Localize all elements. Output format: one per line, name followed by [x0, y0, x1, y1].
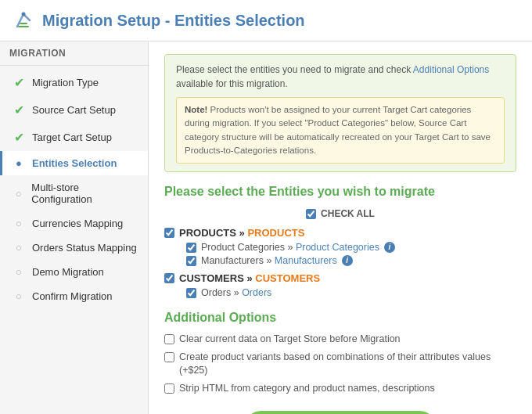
- product-categories-checkbox[interactable]: [186, 243, 196, 253]
- sidebar-item-source-cart-setup[interactable]: ✔ Source Cart Setup: [0, 96, 148, 124]
- pending-icon: ○: [12, 218, 26, 229]
- sidebar-item-label: Target Cart Setup: [32, 131, 112, 143]
- sidebar-item-label: Demo Migration: [32, 266, 104, 278]
- sidebar-item-multi-store[interactable]: ○ Multi-store Configuration: [0, 175, 148, 211]
- sidebar-item-label: Entities Selection: [32, 157, 117, 169]
- sidebar: Migration ✔ Migration Type ✔ Source Cart…: [0, 41, 149, 414]
- strip-html-checkbox[interactable]: [164, 383, 174, 394]
- info-text: Please select the entities you need to m…: [176, 64, 413, 75]
- products-checkbox[interactable]: [164, 228, 174, 238]
- sidebar-item-confirm-migration[interactable]: ○ Confirm Migration: [0, 284, 148, 308]
- customers-checkbox[interactable]: [164, 273, 174, 283]
- products-group: PRODUCTS » PRODUCTS Product Categories »…: [164, 227, 516, 266]
- manufacturers-info-icon[interactable]: i: [342, 255, 353, 266]
- sidebar-item-currencies-mapping[interactable]: ○ Currencies Mapping: [0, 211, 148, 236]
- manufacturers-checkbox[interactable]: [186, 256, 196, 266]
- check-all-label: CHECK ALL: [321, 208, 375, 219]
- page-title: Migration Setup - Entities Selection: [42, 12, 305, 30]
- svg-point-0: [22, 13, 26, 16]
- pending-icon: ○: [12, 266, 26, 278]
- sidebar-item-target-cart-setup[interactable]: ✔ Target Cart Setup: [0, 124, 148, 151]
- customers-main-row: CUSTOMERS » CUSTOMERS: [164, 272, 516, 284]
- sidebar-item-label: Source Cart Setup: [32, 104, 116, 116]
- check-all-checkbox[interactable]: [306, 209, 316, 219]
- proceed-row: Proceed to Next Step »»: [164, 411, 516, 414]
- option-product-variants-row: Create product variants based on combina…: [164, 351, 516, 378]
- note-box: Note! Products won't be assigned to your…: [176, 97, 505, 164]
- sidebar-item-label: Confirm Migration: [32, 290, 113, 302]
- manufacturers-label: Manufacturers » Manufacturers: [201, 255, 337, 266]
- sidebar-item-demo-migration[interactable]: ○ Demo Migration: [0, 260, 148, 284]
- orders-label: Orders » Orders: [201, 287, 271, 298]
- note-label: Note!: [185, 105, 207, 114]
- products-main-label: PRODUCTS » PRODUCTS: [179, 227, 304, 239]
- sidebar-item-label: Multi-store Configuration: [31, 182, 138, 205]
- product-categories-label: Product Categories » Product Categories: [201, 242, 379, 253]
- pending-icon: ○: [12, 242, 26, 254]
- sidebar-item-label: Migration Type: [32, 77, 99, 88]
- pending-icon: ○: [12, 188, 25, 200]
- product-categories-row: Product Categories » Product Categories …: [164, 242, 516, 253]
- clear-data-label: Clear current data on Target Store befor…: [179, 333, 401, 347]
- sidebar-item-label: Currencies Mapping: [32, 218, 123, 229]
- proceed-button[interactable]: Proceed to Next Step »»: [245, 411, 436, 414]
- product-variants-label: Create product variants based on combina…: [179, 351, 516, 378]
- main-content: Please select the entities you need to m…: [149, 41, 532, 414]
- sidebar-item-migration-type[interactable]: ✔ Migration Type: [0, 69, 148, 96]
- info-text2: available for this migration.: [176, 78, 288, 89]
- product-categories-info-icon[interactable]: i: [384, 242, 395, 253]
- product-variants-checkbox[interactable]: [164, 352, 174, 362]
- additional-options-link[interactable]: Additional Options: [413, 64, 489, 75]
- note-text: Products won't be assigned to your curre…: [185, 105, 491, 155]
- products-main-row: PRODUCTS » PRODUCTS: [164, 227, 516, 239]
- orders-checkbox[interactable]: [186, 288, 196, 298]
- completed-icon: ✔: [12, 75, 26, 90]
- active-icon: ●: [12, 157, 26, 169]
- customers-group: CUSTOMERS » CUSTOMERS Orders » Orders: [164, 272, 516, 298]
- strip-html-label: Strip HTML from category and product nam…: [179, 382, 435, 396]
- entities-section-heading: Please select the Entities you wish to m…: [164, 185, 516, 199]
- info-box: Please select the entities you need to m…: [164, 54, 516, 172]
- completed-icon: ✔: [12, 130, 26, 145]
- sidebar-item-entities-selection[interactable]: ● Entities Selection: [0, 151, 148, 175]
- sidebar-item-label: Orders Status Mapping: [32, 242, 137, 254]
- check-all-row: CHECK ALL: [164, 208, 516, 219]
- pending-icon: ○: [12, 290, 26, 302]
- sidebar-item-orders-status-mapping[interactable]: ○ Orders Status Mapping: [0, 236, 148, 260]
- migration-tool-icon: [13, 9, 34, 31]
- clear-data-checkbox[interactable]: [164, 334, 174, 344]
- sidebar-section-migration: Migration: [0, 41, 148, 62]
- option-strip-html-row: Strip HTML from category and product nam…: [164, 382, 516, 396]
- completed-icon: ✔: [12, 103, 26, 117]
- customers-main-label: CUSTOMERS » CUSTOMERS: [179, 272, 320, 284]
- option-clear-data-row: Clear current data on Target Store befor…: [164, 333, 516, 347]
- orders-row: Orders » Orders: [164, 287, 516, 298]
- manufacturers-row: Manufacturers » Manufacturers i: [164, 255, 516, 266]
- additional-options-heading: Additional Options: [164, 311, 516, 325]
